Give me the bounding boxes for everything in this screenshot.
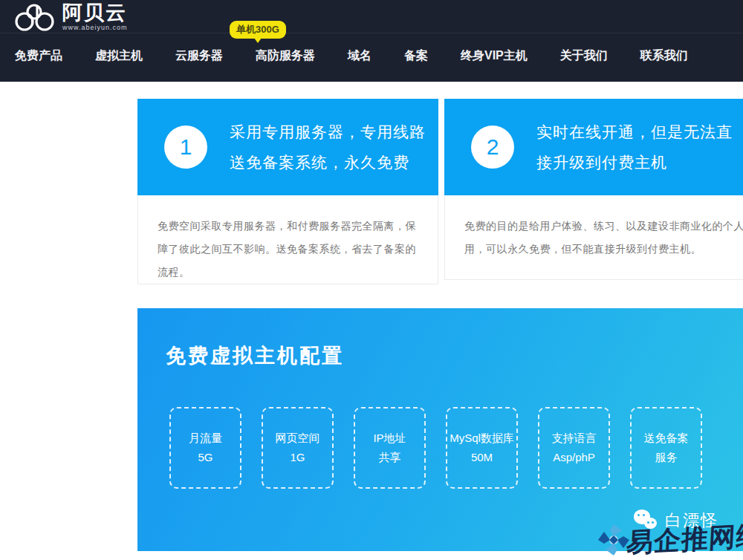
config-box-mysql[interactable]: MySql数据库 50M [446,407,518,489]
header: 阿贝云 www.abeiyun.com 免费产品 虚拟主机 云服务器 高防服务器… [0,0,743,82]
main-nav: 免费产品 虚拟主机 云服务器 高防服务器 域名 备案 终身VIP主机 关于我们 … [15,33,721,78]
feature-2-description: 免费的目的是给用户体验、练习、以及建设非商业化的个人网站使用，可以永久免费，但不… [444,195,743,280]
nav-item-virtual-host[interactable]: 虚拟主机 [95,48,143,64]
config-section-title: 免费虚拟主机配置 [166,342,344,369]
feature-1-description: 免费空间采取专用服务器，和付费服务器完全隔离，保障了彼此之间互不影响。送免备案系… [137,195,438,284]
config-box-language[interactable]: 支持语言 Asp/phP [538,407,610,489]
logo-url: www.abeiyun.com [62,25,128,31]
nav-item-cloud-server[interactable]: 云服务器 [175,48,223,64]
feature-2: 2 实时在线开通，但是无法直 接升级到付费主机 免费的目的是给用户体验、练习、以… [444,99,743,284]
feature-2-card: 2 实时在线开通，但是无法直 接升级到付费主机 [444,99,743,195]
config-box-traffic[interactable]: 月流量 5G [169,407,241,489]
nav-item-icp-filing[interactable]: 备案 [404,48,428,64]
nav-item-about-us[interactable]: 关于我们 [560,48,608,64]
nav-item-contact-us[interactable]: 联系我们 [640,48,688,64]
feature-1-card: 1 采用专用服务器，专用线路 送免备案系统，永久免费 [137,99,438,195]
logo-cloud-ab-icon [13,2,56,32]
features-section: 1 采用专用服务器，专用线路 送免备案系统，永久免费 免费空间采取专用服务器，和… [137,99,743,284]
config-box-webspace[interactable]: 网页空间 1G [262,407,334,489]
feature-1-title: 采用专用服务器，专用线路 送免备案系统，永久免费 [230,117,426,178]
feature-2-number: 2 [471,126,514,169]
config-box-icp-free[interactable]: 送免备案 服务 [630,407,702,489]
config-box-ip[interactable]: IP地址 共享 [354,407,426,489]
nav-item-vip-host[interactable]: 终身VIP主机 [461,48,528,64]
feature-1: 1 采用专用服务器，专用线路 送免备案系统，永久免费 免费空间采取专用服务器，和… [137,99,438,284]
brand-watermark-text: 易企推网络 [626,518,743,560]
feature-2-title: 实时在线开通，但是无法直 接升级到付费主机 [536,117,733,178]
config-items: 月流量 5G 网页空间 1G IP地址 共享 MySql数据库 50M 支持语言… [169,407,722,489]
page: 阿贝云 www.abeiyun.com 免费产品 虚拟主机 云服务器 高防服务器… [0,0,743,560]
nav-item-domain[interactable]: 域名 [348,48,372,64]
nav-item-free-products[interactable]: 免费产品 [15,48,62,64]
nav-item-ddos-server[interactable]: 高防服务器 [256,48,315,64]
promo-badge-300g: 单机300G [230,21,286,39]
logo[interactable]: 阿贝云 www.abeiyun.com [13,1,128,33]
brand-watermark: 易企推网络 [597,521,743,558]
feature-1-number: 1 [164,126,207,169]
logo-title: 阿贝云 [62,3,128,23]
